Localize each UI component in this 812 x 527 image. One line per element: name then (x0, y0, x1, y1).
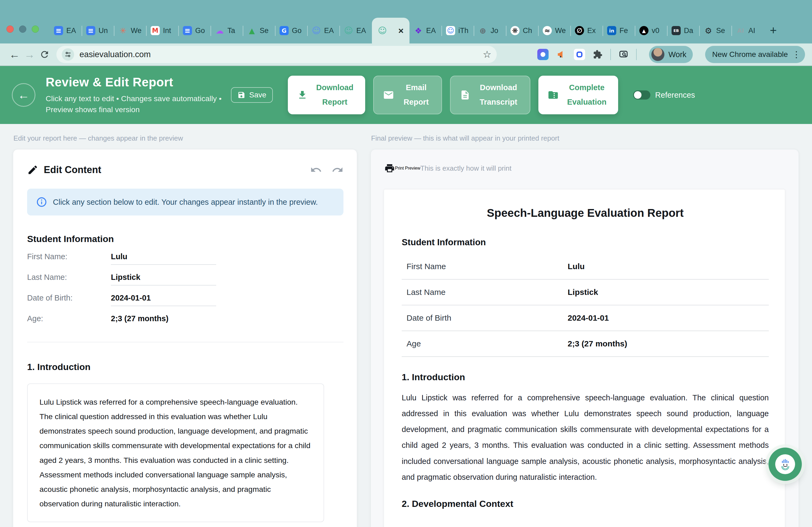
browser-tab[interactable]: MInt (146, 18, 178, 44)
extensions-row: Work New Chrome available ⋮ (537, 46, 805, 63)
browser-tab-active[interactable]: ☺× (372, 18, 409, 44)
browser-tab[interactable]: ☺iTh (442, 18, 474, 44)
tab-title: Go (195, 27, 205, 35)
back-icon[interactable]: ← (7, 48, 22, 61)
info-banner-text: Click any section below to edit. Your ch… (53, 198, 318, 207)
tab-title: EA (426, 27, 436, 35)
report-introduction-text: Lulu Lipstick was referred for a compreh… (402, 390, 769, 485)
chrome-update-button[interactable]: New Chrome available ⋮ (705, 46, 805, 63)
date-of-birth-input[interactable]: 2024-01-01 (111, 293, 216, 306)
undo-icon[interactable] (310, 164, 322, 176)
cloud-icon: ☁ (215, 26, 224, 35)
info-banner: Click any section below to edit. Your ch… (27, 189, 344, 215)
tab-title: Jo (491, 27, 498, 35)
browser-tab[interactable]: ❖EA (409, 18, 442, 44)
tab-title: iTh (458, 27, 468, 35)
introduction-textarea[interactable]: Lulu Lipstick was referred for a compreh… (27, 383, 324, 522)
tab-search-icon[interactable] (618, 49, 629, 60)
browser-tab[interactable]: ≡Un (82, 18, 114, 44)
window-controls[interactable] (6, 26, 39, 33)
introduction-heading: 1. Introduction (27, 362, 344, 372)
arc-icon: ≈ (543, 26, 552, 35)
browser-tab[interactable]: ⚙Se (699, 18, 732, 44)
tab-title: Ex (587, 27, 596, 35)
email-report-button[interactable]: Email Report (373, 76, 442, 114)
url-text[interactable]: easievaluation.com (79, 50, 151, 59)
close-tab-icon[interactable]: × (398, 26, 404, 35)
references-label: References (655, 91, 695, 100)
assistant-fab[interactable] (768, 448, 802, 481)
browser-tab[interactable]: ≈We (538, 18, 570, 44)
save-icon (237, 91, 245, 99)
edit-content-panel: Edit Content Click any section below to … (13, 149, 357, 527)
browser-tab[interactable]: ≡Go (178, 18, 211, 44)
tab-title: AI (748, 27, 755, 35)
gnews-icon: G (279, 26, 289, 35)
printer-icon (384, 163, 395, 174)
field-first-name: First Name: Lulu (27, 252, 344, 265)
tab-title: EA (324, 27, 334, 35)
preview-hint: This is exactly how it will print (420, 164, 511, 172)
minimize-window-button[interactable] (19, 26, 26, 33)
print-preview-panel: Print Preview This is exactly how it wil… (371, 149, 799, 527)
drive-icon: ▲ (247, 26, 257, 35)
complete-evaluation-button[interactable]: Complete Evaluation (538, 76, 618, 114)
browser-tab[interactable]: ☁Ta (211, 18, 243, 44)
app-header: ← Review & Edit Report Click any text to… (0, 66, 812, 124)
forward-icon[interactable]: → (22, 48, 37, 61)
gmail-icon: M (151, 26, 160, 35)
starburst-icon: ✳ (118, 26, 128, 35)
extensions-puzzle-icon[interactable] (592, 49, 603, 60)
browser-tab[interactable]: ✳We (114, 18, 146, 44)
first-name-input[interactable]: Lulu (111, 252, 216, 265)
omnibox[interactable]: easievaluation.com ☆ (56, 46, 497, 63)
file-text-icon (460, 90, 470, 100)
docs-icon: ≡ (86, 26, 95, 35)
ai-icon: AI (736, 26, 745, 35)
browser-tab[interactable]: ▲Se (243, 18, 275, 44)
folder-zip-icon (548, 89, 559, 101)
profile-chip[interactable]: Work (649, 46, 693, 63)
megaphone-extension-icon[interactable] (555, 49, 567, 60)
tab-title: Go (292, 27, 302, 35)
browser-tab[interactable]: GGo (275, 18, 307, 44)
report-title: Speech-Language Evaluation Report (402, 207, 769, 220)
zoom-window-button[interactable] (32, 26, 39, 33)
browser-tab[interactable]: ⊕Jo (474, 18, 506, 44)
reload-icon[interactable] (37, 49, 52, 60)
browser-tab[interactable]: ▲v0 (635, 18, 667, 44)
field-date-of-birth: Date of Birth: 2024-01-01 (27, 293, 344, 306)
browser-menu-icon[interactable]: ⋮ (792, 49, 801, 60)
browser-tab[interactable]: ❋Ch (506, 18, 538, 44)
browser-tab[interactable]: EBDa (667, 18, 699, 44)
last-name-input[interactable]: Lipstick (111, 273, 216, 286)
report-next-heading: 2. Developmental Context (402, 499, 769, 509)
browser-tab[interactable]: inFe (603, 18, 635, 44)
save-button[interactable]: Save (231, 87, 273, 103)
browser-tab[interactable]: AIAI (732, 18, 764, 44)
download-report-button[interactable]: Download Report (288, 76, 365, 114)
references-toggle[interactable] (633, 90, 650, 100)
close-window-button[interactable] (6, 26, 14, 33)
new-tab-button[interactable]: + (770, 24, 777, 37)
easieval-blue-icon: ☺ (312, 26, 321, 35)
browser-tab[interactable]: ∅Ex (570, 18, 603, 44)
student-info-heading: Student Information (27, 234, 344, 244)
tab-title: We (555, 27, 566, 35)
download-transcript-button[interactable]: Download Transcript (450, 76, 530, 114)
tab-title: Fe (620, 27, 628, 35)
tab-title: Se (260, 27, 269, 35)
browser-tab[interactable]: ☺EA (340, 18, 372, 44)
redo-icon[interactable] (332, 164, 344, 176)
browser-tab[interactable]: ☺EA (307, 18, 340, 44)
bookmark-icon[interactable]: ☆ (483, 49, 491, 60)
avatar (651, 48, 665, 61)
video-extension-icon[interactable] (537, 49, 549, 60)
tab-title: Un (99, 27, 108, 35)
site-settings-icon[interactable] (62, 48, 74, 61)
app-back-button[interactable]: ← (12, 83, 35, 107)
preview-panel-title: Print Preview (395, 166, 420, 171)
report-student-table: First Name Lulu Last Name Lipstick Date … (402, 254, 769, 357)
browser-tab[interactable]: ≡EA (50, 18, 82, 44)
square-logo-extension-icon[interactable] (574, 49, 585, 60)
